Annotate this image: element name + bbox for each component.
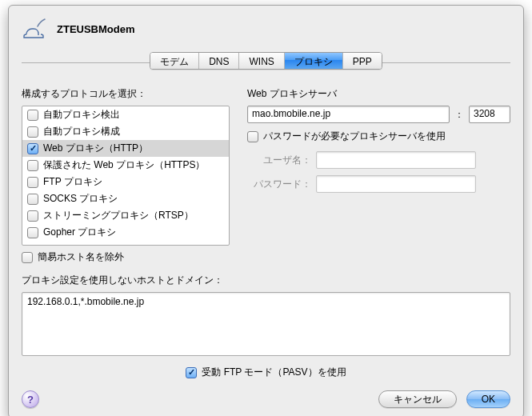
checkbox-checked[interactable]: ✓ — [27, 143, 38, 154]
bypass-label: プロキシ設定を使用しないホストとドメイン： — [22, 274, 510, 287]
exclude-simple-hostnames-row: 簡易ホスト名を除外 — [22, 250, 230, 264]
proxy-auth-label: パスワードが必要なプロキシサーバを使用 — [263, 130, 446, 143]
checkbox[interactable] — [27, 194, 38, 205]
protocol-column: 構成するプロトコルを選択： 自動プロキシ検出 自動プロキシ構成 ✓ Web プロ… — [22, 87, 230, 274]
sheet-header: ZTEUSBModem — [22, 17, 510, 41]
tab-wins[interactable]: WINS — [239, 53, 284, 69]
tab-bar: モデム DNS WINS プロキシ PPP — [22, 52, 510, 73]
list-item[interactable]: ストリーミングプロキシ（RTSP） — [22, 207, 229, 224]
list-item-label: Gopher プロキシ — [43, 226, 116, 239]
password-label: パスワード： — [247, 178, 311, 191]
list-item[interactable]: FTP プロキシ — [22, 174, 229, 190]
bypass-hosts-textarea[interactable]: 192.168.0.1,*.bmobile.ne.jp — [22, 292, 510, 356]
protocol-select-label: 構成するプロトコルを選択： — [22, 87, 230, 101]
sheet-title: ZTEUSBModem — [57, 23, 135, 35]
password-input — [316, 175, 476, 193]
checkbox[interactable] — [27, 177, 38, 188]
list-item-label: FTP プロキシ — [43, 175, 102, 189]
modem-icon — [22, 17, 49, 41]
list-item-label: 保護された Web プロキシ（HTTPS） — [43, 158, 205, 172]
list-item[interactable]: SOCKS プロキシ — [22, 190, 229, 207]
proxy-auth-checkbox[interactable] — [247, 131, 258, 142]
auth-fields: ユーザ名： パスワード： — [247, 151, 510, 193]
checkbox[interactable] — [27, 227, 38, 238]
list-item-label: 自動プロキシ検出 — [43, 108, 120, 122]
checkbox[interactable] — [27, 126, 38, 138]
list-item[interactable]: 自動プロキシ構成 — [22, 123, 229, 140]
tab-modem[interactable]: モデム — [150, 53, 199, 69]
tab-proxy[interactable]: プロキシ — [285, 53, 343, 69]
host-port-separator: ： — [454, 108, 464, 122]
proxy-host-input[interactable]: mao.bmobile.ne.jp — [247, 106, 450, 123]
proxy-server-row: mao.bmobile.ne.jp ： 3208 — [247, 106, 510, 123]
checkbox[interactable] — [27, 160, 38, 171]
footer: ? キャンセル OK — [22, 390, 510, 408]
help-button[interactable]: ? — [22, 390, 39, 408]
tab-ppp[interactable]: PPP — [343, 53, 382, 69]
exclude-simple-hostnames-label: 簡易ホスト名を除外 — [38, 250, 124, 264]
list-item-label: ストリーミングプロキシ（RTSP） — [43, 209, 194, 222]
list-item[interactable]: ✓ Web プロキシ（HTTP） — [22, 140, 229, 157]
ok-button[interactable]: OK — [466, 390, 510, 408]
tab-segmented-control: モデム DNS WINS プロキシ PPP — [150, 52, 382, 70]
pasv-row: ✓ 受動 FTP モード（PASV）を使用 — [22, 366, 510, 379]
preferences-sheet: ZTEUSBModem モデム DNS WINS プロキシ PPP 構成するプロ… — [8, 5, 524, 416]
list-item-label: Web プロキシ（HTTP） — [43, 142, 148, 155]
pasv-checkbox[interactable]: ✓ — [186, 367, 197, 378]
proxy-settings-column: Web プロキシサーバ mao.bmobile.ne.jp ： 3208 パスワ… — [247, 87, 510, 274]
proxy-auth-row: パスワードが必要なプロキシサーバを使用 — [247, 130, 510, 143]
username-input — [316, 151, 476, 169]
cancel-button[interactable]: キャンセル — [378, 390, 457, 408]
proxy-server-label: Web プロキシサーバ — [247, 87, 510, 101]
proxy-port-input[interactable]: 3208 — [469, 106, 510, 123]
list-item[interactable]: 保護された Web プロキシ（HTTPS） — [22, 157, 229, 174]
list-item[interactable]: 自動プロキシ検出 — [22, 106, 229, 123]
username-label: ユーザ名： — [247, 154, 311, 167]
content-columns: 構成するプロトコルを選択： 自動プロキシ検出 自動プロキシ構成 ✓ Web プロ… — [22, 87, 510, 274]
protocol-list: 自動プロキシ検出 自動プロキシ構成 ✓ Web プロキシ（HTTP） 保護された… — [22, 106, 230, 246]
checkbox[interactable] — [27, 110, 38, 121]
checkbox[interactable] — [27, 210, 38, 222]
list-item-label: SOCKS プロキシ — [43, 192, 118, 206]
exclude-simple-hostnames-checkbox[interactable] — [22, 252, 33, 263]
list-item[interactable]: Gopher プロキシ — [22, 224, 229, 241]
tab-dns[interactable]: DNS — [199, 53, 239, 69]
list-item-label: 自動プロキシ構成 — [43, 125, 120, 138]
pasv-label: 受動 FTP モード（PASV）を使用 — [202, 366, 346, 379]
